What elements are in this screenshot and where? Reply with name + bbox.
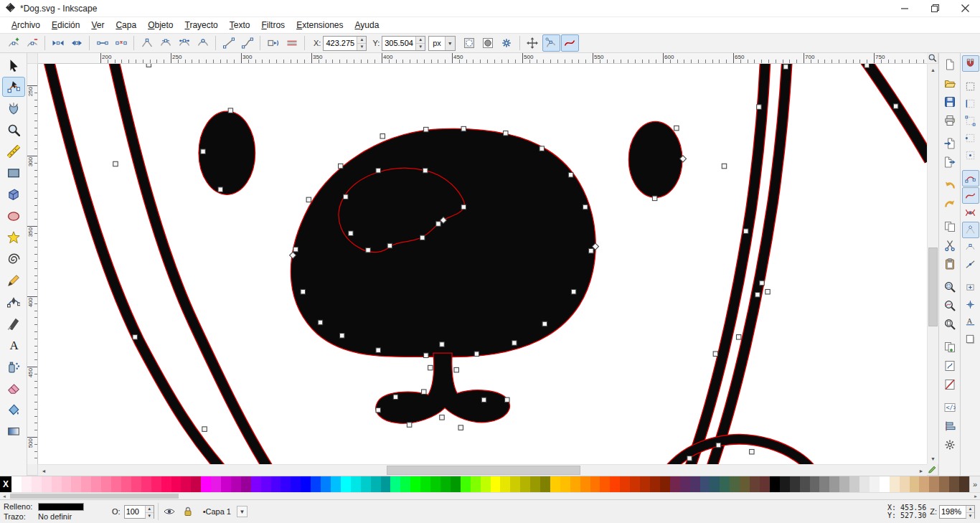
path-node[interactable] (376, 407, 380, 413)
snap-nodes-button[interactable] (962, 170, 979, 187)
palette-swatch[interactable] (410, 476, 420, 492)
fill-swatch[interactable] (38, 503, 84, 511)
palette-swatch[interactable] (520, 476, 530, 492)
snap-enable-button[interactable] (962, 55, 979, 72)
duplicate-button[interactable] (941, 338, 959, 356)
path-node[interactable] (765, 289, 770, 294)
layer-lock-toggle[interactable] (181, 504, 196, 519)
palette-swatch[interactable] (430, 476, 440, 492)
menu-item-3[interactable]: Capa (110, 18, 142, 32)
tool-select-button[interactable] (2, 55, 25, 75)
palette-swatch[interactable] (191, 476, 201, 492)
palette-swatch[interactable] (420, 476, 430, 492)
delete-segment-button[interactable] (112, 34, 130, 52)
segment-curve-button[interactable] (238, 34, 256, 52)
palette-swatch[interactable] (151, 476, 161, 492)
snap-smooth-nodes-button[interactable] (962, 239, 979, 255)
palette-swatch[interactable] (111, 476, 121, 492)
scroll-up-icon[interactable]: ▲ (928, 64, 938, 75)
minimize-button[interactable] (890, 0, 920, 17)
palette-swatch[interactable] (580, 476, 590, 492)
paste-button[interactable] (941, 255, 959, 273)
palette-swatch[interactable] (311, 476, 321, 492)
palette-swatch[interactable] (540, 476, 550, 492)
path-node[interactable] (393, 395, 397, 400)
path-node[interactable] (376, 348, 380, 353)
vertical-ruler[interactable]: 250300350400450500 (27, 64, 38, 464)
restore-button[interactable] (920, 0, 950, 17)
path-node[interactable] (674, 126, 679, 131)
path-node[interactable] (436, 222, 440, 227)
y-spin-arrows[interactable]: ▲▼ (415, 37, 425, 50)
path-node[interactable] (864, 64, 869, 67)
h-scroll-thumb[interactable] (387, 466, 580, 475)
snap-bbox-centers-button[interactable] (962, 147, 979, 164)
palette-swatch[interactable] (81, 476, 91, 492)
palette-scroll-right-icon[interactable]: ► (971, 493, 980, 499)
palette-swatch[interactable] (800, 476, 810, 492)
path-node[interactable] (422, 390, 426, 395)
palette-swatch[interactable] (231, 476, 241, 492)
palette-swatch[interactable] (451, 476, 461, 492)
path-node[interactable] (376, 168, 380, 173)
zoom-drawing-button[interactable] (941, 296, 959, 314)
palette-swatch[interactable] (690, 476, 700, 492)
insert-node-button[interactable] (4, 34, 22, 52)
menu-item-1[interactable]: Edición (46, 18, 85, 32)
palette-swatch[interactable] (341, 476, 351, 492)
x-coordinate-input[interactable] (324, 37, 357, 50)
color-managed-display-toggle[interactable] (927, 464, 938, 476)
palette-swatch[interactable] (321, 476, 331, 492)
palette-swatch[interactable] (91, 476, 101, 492)
palette-swatch[interactable] (481, 476, 491, 492)
palette-swatch[interactable] (590, 476, 600, 492)
path-node[interactable] (744, 229, 748, 234)
palette-swatch[interactable] (949, 476, 959, 492)
palette-swatch[interactable] (161, 476, 171, 492)
palette-swatch[interactable] (71, 476, 81, 492)
snap-line-midpoints-button[interactable] (962, 256, 979, 273)
palette-swatch[interactable] (929, 476, 939, 492)
palette-swatch[interactable] (440, 476, 451, 492)
palette-swatch[interactable] (381, 476, 391, 492)
palette-swatch[interactable] (491, 476, 501, 492)
path-node[interactable] (458, 425, 463, 430)
palette-swatch[interactable] (770, 476, 780, 492)
path-node[interactable] (716, 443, 720, 448)
tool-node-button[interactable] (2, 77, 25, 97)
path-node[interactable] (783, 65, 788, 70)
palette-swatch[interactable] (620, 476, 630, 492)
menu-item-6[interactable]: Texto (224, 18, 256, 32)
join-nodes-button[interactable] (49, 34, 67, 52)
segment-line-button[interactable] (220, 34, 237, 52)
path-node[interactable] (306, 197, 311, 202)
vertical-scrollbar[interactable]: ▲ ▼ (927, 64, 938, 464)
x-spin-arrows[interactable]: ▲▼ (357, 37, 366, 50)
cut-button[interactable] (941, 236, 959, 254)
stroke-value[interactable]: No definir (38, 512, 72, 521)
path-right-eye[interactable] (628, 121, 682, 197)
palette-swatch[interactable] (141, 476, 151, 492)
import-button[interactable] (941, 134, 959, 152)
v-scroll-track[interactable] (928, 75, 938, 453)
snap-text-baselines-button[interactable]: A (962, 314, 979, 330)
scroll-right-icon[interactable]: ► (915, 465, 927, 476)
path-muzzle[interactable] (291, 128, 595, 357)
path-node[interactable] (893, 104, 897, 109)
node-smooth-button[interactable] (156, 34, 174, 52)
path-node[interactable] (344, 194, 348, 199)
palette-swatch[interactable] (32, 476, 42, 492)
path-node[interactable] (757, 105, 761, 110)
path-node[interactable] (318, 320, 322, 325)
palette-swatch[interactable] (760, 476, 770, 492)
palette-swatch[interactable] (251, 476, 261, 492)
path-node[interactable] (366, 248, 370, 253)
palette-swatch[interactable] (640, 476, 650, 492)
palette-swatch[interactable] (400, 476, 410, 492)
snap-page-border-button[interactable] (962, 331, 979, 347)
palette-scrollbar[interactable]: ◄ ► (0, 492, 980, 499)
path-node[interactable] (440, 342, 444, 347)
palette-swatch[interactable] (819, 476, 829, 492)
path-node[interactable] (420, 235, 425, 240)
palette-swatch[interactable] (301, 476, 311, 492)
